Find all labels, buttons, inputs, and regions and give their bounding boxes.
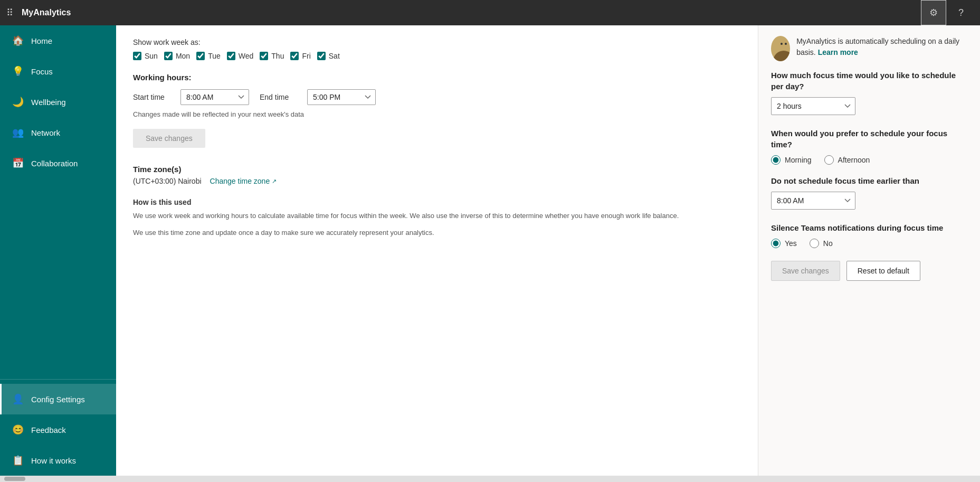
topbar: ⠿ MyAnalytics ⚙ ?: [0, 0, 980, 25]
show-work-week-label: Show work week as:: [133, 38, 741, 46]
sidebar-item-label: Config Settings: [31, 395, 85, 404]
svg-point-0: [773, 51, 790, 61]
app-title: MyAnalytics: [22, 8, 921, 17]
main-layout: 🏠 Home 💡 Focus 🌙 Wellbeing 👥 Network 📅 C…: [0, 25, 980, 476]
home-icon: 🏠: [12, 35, 24, 46]
avatar: [771, 36, 790, 61]
sidebar-item-config-settings[interactable]: 👤 Config Settings: [0, 384, 116, 414]
avatar-row: MyAnalytics is automatically scheduling …: [771, 36, 967, 61]
end-time-label: End time: [260, 93, 297, 101]
time-note: Changes made will be reflected in your n…: [133, 110, 741, 118]
day-sun[interactable]: Sun: [133, 52, 158, 60]
change-timezone-link[interactable]: Change time zone ↗: [210, 177, 277, 185]
silence-teams-section: Silence Teams notifications during focus…: [771, 222, 967, 248]
day-sun-checkbox[interactable]: [133, 52, 141, 60]
day-sat-checkbox[interactable]: [317, 52, 326, 60]
afternoon-label: Afternoon: [838, 156, 870, 164]
do-not-schedule-select[interactable]: 8:00 AM 7:00 AM 7:30 AM 8:30 AM 9:00 AM: [771, 192, 855, 210]
apps-icon[interactable]: ⠿: [6, 7, 13, 18]
help-icon-btn[interactable]: ?: [948, 0, 974, 25]
start-time-select[interactable]: 8:00 AM 8:30 AM 9:00 AM: [180, 89, 249, 105]
save-changes-button[interactable]: Save changes: [133, 129, 205, 148]
sidebar-item-label: Wellbeing: [31, 98, 66, 107]
right-panel: MyAnalytics is automatically scheduling …: [758, 25, 980, 476]
external-link-icon: ↗: [272, 178, 277, 185]
svg-point-2: [781, 43, 783, 45]
afternoon-option[interactable]: Afternoon: [824, 155, 870, 165]
morning-option[interactable]: Morning: [771, 155, 812, 165]
silence-radio-group: Yes No: [771, 239, 967, 248]
day-sat[interactable]: Sat: [317, 52, 340, 60]
sidebar-item-label: Collaboration: [31, 159, 78, 168]
network-icon: 👥: [12, 127, 24, 138]
do-not-schedule-section: Do not schedule focus time earlier than …: [771, 175, 967, 212]
no-radio[interactable]: [810, 239, 819, 248]
sidebar-item-wellbeing[interactable]: 🌙 Wellbeing: [0, 87, 116, 117]
no-label: No: [823, 239, 833, 248]
sidebar-item-label: Feedback: [31, 426, 66, 434]
sidebar-item-label: How it works: [31, 456, 76, 465]
how-used-title: How is this used: [133, 198, 741, 206]
afternoon-radio[interactable]: [824, 155, 834, 165]
sidebar-item-label: Home: [31, 36, 52, 45]
day-fri[interactable]: Fri: [290, 52, 310, 60]
feedback-icon: 😊: [12, 424, 24, 436]
sidebar-item-label: Network: [31, 128, 60, 137]
sidebar: 🏠 Home 💡 Focus 🌙 Wellbeing 👥 Network 📅 C…: [0, 25, 116, 476]
focus-icon: 💡: [12, 65, 24, 77]
timezone-section: Time zone(s) (UTC+03:00) Nairobi Change …: [133, 165, 741, 185]
focus-time-section: How much focus time would you like to sc…: [771, 70, 967, 117]
sidebar-item-home[interactable]: 🏠 Home: [0, 25, 116, 56]
day-wed[interactable]: Wed: [227, 52, 254, 60]
right-save-button[interactable]: Save changes: [771, 261, 840, 281]
sidebar-divider: [0, 379, 116, 380]
sidebar-item-focus[interactable]: 💡 Focus: [0, 56, 116, 87]
morning-radio[interactable]: [771, 155, 781, 165]
right-bottom-actions: Save changes Reset to default: [771, 261, 967, 281]
yes-radio[interactable]: [771, 239, 781, 248]
day-mon[interactable]: Mon: [164, 52, 190, 60]
how-used-text-1: We use work week and working hours to ca…: [133, 211, 741, 221]
days-row: Sun Mon Tue Wed Thu Fri Sa: [133, 52, 741, 60]
no-option[interactable]: No: [810, 239, 833, 248]
svg-point-3: [785, 43, 787, 45]
sidebar-item-label: Focus: [31, 67, 53, 76]
settings-icon-btn[interactable]: ⚙: [921, 0, 946, 25]
focus-time-select[interactable]: 2 hours 1 hour 3 hours 4 hours: [771, 97, 855, 115]
change-tz-label: Change time zone: [210, 177, 270, 185]
sidebar-item-feedback[interactable]: 😊 Feedback: [0, 414, 116, 445]
sidebar-item-network[interactable]: 👥 Network: [0, 117, 116, 148]
day-tue-checkbox[interactable]: [196, 52, 205, 60]
question-icon: ?: [958, 7, 964, 18]
timezone-row: (UTC+03:00) Nairobi Change time zone ↗: [133, 177, 741, 185]
yes-label: Yes: [785, 239, 797, 248]
content-area: Show work week as: Sun Mon Tue Wed Thu: [116, 25, 980, 476]
end-time-select[interactable]: 5:00 PM 5:30 PM 6:00 PM: [307, 89, 376, 105]
sidebar-item-how-it-works[interactable]: 📋 How it works: [0, 445, 116, 476]
timezone-title: Time zone(s): [133, 165, 741, 174]
main-panel: Show work week as: Sun Mon Tue Wed Thu: [116, 25, 758, 476]
how-used-section: How is this used We use work week and wo…: [133, 198, 741, 238]
start-time-label: Start time: [133, 93, 170, 101]
analytics-description: MyAnalytics is automatically scheduling …: [796, 36, 967, 58]
day-wed-checkbox[interactable]: [227, 52, 235, 60]
wellbeing-icon: 🌙: [12, 96, 24, 108]
day-tue[interactable]: Tue: [196, 52, 221, 60]
day-mon-checkbox[interactable]: [164, 52, 173, 60]
reset-to-default-button[interactable]: Reset to default: [846, 261, 920, 281]
sidebar-item-collaboration[interactable]: 📅 Collaboration: [0, 148, 116, 178]
schedule-preference-title: When would you prefer to schedule your f…: [771, 128, 967, 150]
yes-option[interactable]: Yes: [771, 239, 797, 248]
learn-more-link[interactable]: Learn more: [818, 48, 858, 56]
day-thu-checkbox[interactable]: [260, 52, 268, 60]
topbar-actions: ⚙ ?: [921, 0, 974, 25]
sidebar-bottom: 👤 Config Settings 😊 Feedback 📋 How it wo…: [0, 375, 116, 476]
svg-point-1: [778, 40, 789, 50]
day-fri-checkbox[interactable]: [290, 52, 299, 60]
gear-icon: ⚙: [929, 7, 938, 18]
morning-label: Morning: [785, 156, 812, 164]
silence-teams-title: Silence Teams notifications during focus…: [771, 222, 967, 233]
horizontal-scrollbar[interactable]: [0, 476, 980, 482]
scrollbar-thumb[interactable]: [4, 477, 25, 481]
day-thu[interactable]: Thu: [260, 52, 284, 60]
